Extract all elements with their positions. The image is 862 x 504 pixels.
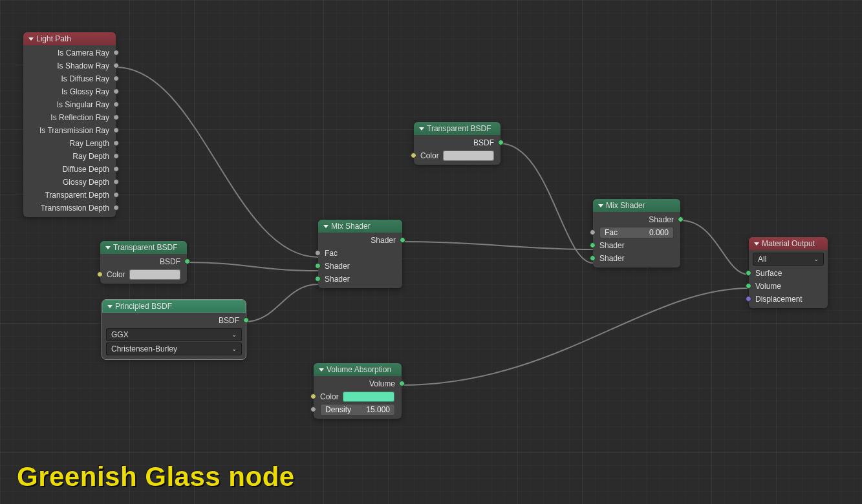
node-header[interactable]: Transparent BSDF xyxy=(414,122,501,135)
node-volume-absorption[interactable]: Volume Absorption Volume Color Density 1… xyxy=(314,363,402,419)
input-color[interactable]: Color xyxy=(414,149,501,162)
input-color[interactable]: Color xyxy=(314,390,402,403)
node-title: Mix Shader xyxy=(606,199,645,212)
input-volume[interactable]: Volume xyxy=(749,280,828,293)
node-principled-bsdf[interactable]: Principled BSDF BSDF GGX⌄ Christensen-Bu… xyxy=(102,300,246,359)
output-ray-depth[interactable]: Ray Depth xyxy=(23,150,116,163)
output-bsdf[interactable]: BSDF xyxy=(100,255,187,268)
input-shader-2[interactable]: Shader xyxy=(318,273,402,286)
output-is-camera-ray[interactable]: Is Camera Ray xyxy=(23,47,116,59)
input-fac[interactable]: Fac xyxy=(318,247,402,260)
output-transparent-depth[interactable]: Transparent Depth xyxy=(23,189,116,202)
output-volume[interactable]: Volume xyxy=(314,377,402,390)
collapse-icon[interactable] xyxy=(598,204,603,207)
node-transparent-bsdf-2[interactable]: Transparent BSDF BSDF Color xyxy=(414,122,501,165)
node-title: Principled BSDF xyxy=(115,300,172,313)
output-is-reflection-ray[interactable]: Is Reflection Ray xyxy=(23,111,116,124)
collapse-icon[interactable] xyxy=(105,246,111,249)
input-fac[interactable]: Fac 0.000 xyxy=(593,226,680,239)
input-density[interactable]: Density 15.000 xyxy=(314,403,402,416)
output-is-transmission-ray[interactable]: Is Transmission Ray xyxy=(23,124,116,137)
chevron-down-icon: ⌄ xyxy=(232,342,237,355)
input-displacement[interactable]: Displacement xyxy=(749,293,828,306)
node-mix-shader-2[interactable]: Mix Shader Shader Fac 0.000 Shader Shade… xyxy=(593,199,680,268)
node-header[interactable]: Material Output xyxy=(749,237,828,250)
input-shader-2[interactable]: Shader xyxy=(593,252,680,265)
node-title: Transparent BSDF xyxy=(113,241,178,254)
collapse-icon[interactable] xyxy=(28,37,34,41)
node-material-output[interactable]: Material Output All⌄ Surface Volume Disp… xyxy=(749,237,828,308)
node-header[interactable]: Transparent BSDF xyxy=(100,241,187,254)
node-title: Transparent BSDF xyxy=(427,122,491,135)
output-is-shadow-ray[interactable]: Is Shadow Ray xyxy=(23,59,116,72)
subsurface-method-select[interactable]: Christensen-Burley⌄ xyxy=(106,342,242,355)
collapse-icon[interactable] xyxy=(754,242,759,246)
collapse-icon[interactable] xyxy=(319,368,324,372)
input-surface[interactable]: Surface xyxy=(749,267,828,280)
chevron-down-icon: ⌄ xyxy=(232,328,237,341)
node-title: Light Path xyxy=(36,32,71,45)
node-transparent-bsdf-1[interactable]: Transparent BSDF BSDF Color xyxy=(100,241,187,284)
node-title: Volume Absorption xyxy=(327,363,391,376)
fac-field[interactable]: Fac 0.000 xyxy=(599,227,674,238)
input-shader-1[interactable]: Shader xyxy=(593,239,680,252)
input-shader-1[interactable]: Shader xyxy=(318,260,402,273)
output-bsdf[interactable]: BSDF xyxy=(414,136,501,149)
output-is-singular-ray[interactable]: Is Singular Ray xyxy=(23,98,116,111)
node-header[interactable]: Light Path xyxy=(23,32,116,45)
output-shader[interactable]: Shader xyxy=(318,234,402,247)
node-header[interactable]: Principled BSDF xyxy=(102,300,246,313)
output-is-glossy-ray[interactable]: Is Glossy Ray xyxy=(23,85,116,98)
output-transmission-depth[interactable]: Transmission Depth xyxy=(23,202,116,215)
output-ray-length[interactable]: Ray Length xyxy=(23,137,116,150)
overlay-title: Greenish Glass node xyxy=(17,461,295,492)
node-header[interactable]: Mix Shader xyxy=(593,199,680,212)
node-header[interactable]: Mix Shader xyxy=(318,220,402,233)
chevron-down-icon: ⌄ xyxy=(814,253,819,266)
node-title: Material Output xyxy=(762,237,815,250)
density-field[interactable]: Density 15.000 xyxy=(320,404,395,415)
node-header[interactable]: Volume Absorption xyxy=(314,363,402,376)
collapse-icon[interactable] xyxy=(107,305,113,308)
output-is-diffuse-ray[interactable]: Is Diffuse Ray xyxy=(23,72,116,85)
collapse-icon[interactable] xyxy=(419,127,424,131)
output-diffuse-depth[interactable]: Diffuse Depth xyxy=(23,163,116,176)
distribution-select[interactable]: GGX⌄ xyxy=(106,328,242,341)
output-bsdf[interactable]: BSDF xyxy=(102,314,246,327)
target-select[interactable]: All⌄ xyxy=(753,253,824,266)
node-title: Mix Shader xyxy=(331,220,371,233)
color-swatch[interactable] xyxy=(129,269,180,280)
node-light-path[interactable]: Light Path Is Camera Ray Is Shadow Ray I… xyxy=(23,32,116,217)
output-shader[interactable]: Shader xyxy=(593,213,680,226)
color-swatch[interactable] xyxy=(443,151,494,161)
output-glossy-depth[interactable]: Glossy Depth xyxy=(23,176,116,189)
node-mix-shader-1[interactable]: Mix Shader Shader Fac Shader Shader xyxy=(318,220,402,288)
input-color[interactable]: Color xyxy=(100,268,187,281)
collapse-icon[interactable] xyxy=(323,225,329,228)
color-swatch[interactable] xyxy=(343,392,394,402)
